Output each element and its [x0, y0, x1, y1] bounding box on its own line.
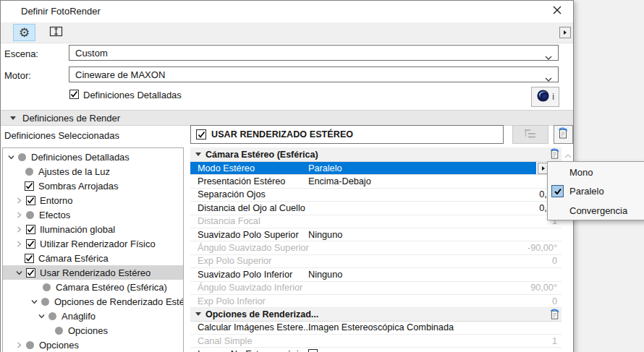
apply-settings-button[interactable] — [554, 125, 573, 144]
chevron-right-icon[interactable] — [15, 211, 23, 219]
tree-item[interactable]: Sombras Arrojadas — [3, 179, 183, 193]
title-bar: Definir FotoRender — [1, 1, 573, 22]
tab-size-button[interactable] — [45, 24, 67, 41]
stereo-mode-context-menu: MonoParaleloConvergencia — [547, 161, 644, 220]
tree-item-label: Usar Renderizado Estéreo — [40, 267, 151, 278]
menu-item-label: Mono — [569, 167, 593, 178]
menu-item-label: Convergencia — [569, 205, 627, 216]
chevron-down-icon[interactable] — [7, 153, 15, 161]
tree-checkbox[interactable] — [26, 225, 35, 234]
menu-item[interactable]: Convergencia — [548, 201, 644, 220]
param-row[interactable]: Suavizado Polo InferiorNinguno — [190, 268, 562, 281]
collapse-triangle-icon — [195, 153, 201, 156]
list-view-button-disabled[interactable] — [512, 125, 548, 144]
param-value[interactable]: 0 — [552, 296, 557, 306]
param-row[interactable]: Canal Simple1 — [190, 335, 562, 348]
tree-item[interactable]: Efectos — [3, 207, 183, 222]
param-row[interactable]: Ángulo Suavizado Inferior90,00° — [190, 282, 562, 295]
scroll-up-icon[interactable] — [564, 150, 572, 161]
chevron-down-icon[interactable] — [30, 298, 38, 306]
detailed-settings-checkbox[interactable] — [69, 90, 79, 99]
chevron-right-icon[interactable] — [15, 197, 23, 205]
tab-settings-button[interactable]: ⚙ — [13, 24, 35, 41]
chevron-right-icon[interactable] — [15, 341, 23, 349]
param-value-checkbox[interactable] — [308, 349, 318, 352]
param-value[interactable]: Ninguno — [308, 270, 342, 280]
tree-item-label: Utilizar Renderizador Físico — [40, 239, 156, 249]
page-blue-arrow-icon[interactable] — [549, 148, 561, 162]
toolbar-overflow-button[interactable] — [559, 27, 571, 38]
menu-item[interactable]: Mono — [548, 163, 644, 182]
tree-item[interactable]: Definiciones Detalladas — [3, 150, 183, 164]
tree-checkbox[interactable] — [25, 254, 34, 263]
param-value[interactable]: -90,00° — [528, 243, 557, 253]
param-row[interactable]: Distancia del Ojo al Cuello0,07 — [190, 202, 562, 215]
tree-item-label: Cámara Estéreo (Esférica) — [56, 282, 167, 293]
chevron-down-icon[interactable] — [38, 312, 46, 320]
param-value[interactable]: 1 — [552, 336, 557, 346]
cinema4d-info-button[interactable]: i — [531, 87, 559, 107]
tree-item[interactable]: Opciones de Renderizado Estéreo — [3, 294, 183, 309]
tree-item[interactable]: Anáglifo — [3, 309, 183, 323]
tree-item[interactable]: Iluminación global — [3, 222, 183, 236]
param-value[interactable]: 0 — [552, 256, 557, 266]
param-row[interactable]: Presentación EstéreoEncima-Debajo — [190, 175, 562, 188]
chevron-right-icon[interactable] — [15, 226, 23, 233]
tree-checkbox[interactable] — [26, 196, 35, 205]
screen: Definir FotoRender ⚙ Escena: Custom — [0, 0, 644, 352]
tree-checkbox[interactable] — [26, 239, 35, 249]
toolbar: ⚙ — [1, 22, 573, 43]
scene-label: Escena: — [4, 48, 38, 59]
use-stereo-checkbox[interactable] — [196, 129, 206, 139]
window-title: Definir FotoRender — [21, 6, 101, 17]
param-row[interactable]: Separación Ojos0,07 — [190, 189, 562, 202]
param-value[interactable]: Ninguno — [308, 230, 342, 240]
use-stereo-label: USAR RENDERIZADO ESTÉREO — [211, 129, 353, 139]
tree-item[interactable]: Entorno — [3, 193, 183, 207]
param-label: Distancia del Ojo al Cuello — [198, 203, 305, 213]
bullet-icon — [43, 283, 51, 291]
param-value[interactable]: Encima-Debajo — [308, 176, 371, 186]
tree-item-label: Definiciones Detalladas — [31, 152, 130, 163]
tree-checkbox[interactable] — [25, 181, 34, 191]
tree-item[interactable]: Cámara Esférica — [3, 251, 183, 265]
section-definiciones-de-render[interactable]: Definiciones de Render — [1, 110, 573, 126]
tree-item-label: Anáglifo — [62, 311, 96, 322]
param-value[interactable]: Imagen Estereoscópica Combinada — [308, 322, 454, 332]
param-section-header[interactable]: Cámara Estéreo (Esférica) — [190, 147, 562, 162]
param-row[interactable]: Imagen No-Estereoscópica — [190, 348, 562, 352]
scene-dropdown[interactable]: Custom — [69, 45, 559, 61]
engine-dropdown[interactable]: Cineware de MAXON — [69, 66, 559, 82]
param-label: Ángulo Suavizado Superior — [198, 243, 309, 253]
param-row[interactable]: Calcular Imágenes Estere...Imagen Estere… — [190, 322, 562, 335]
param-row[interactable]: Modo EstéreoParalelo — [190, 162, 562, 175]
tree-item[interactable]: Utilizar Renderizador Físico — [3, 236, 183, 251]
use-stereo-header[interactable]: USAR RENDERIZADO ESTÉREO — [190, 125, 504, 144]
section-label: Definiciones de Render — [22, 113, 120, 124]
chevron-right-icon[interactable] — [15, 240, 23, 248]
param-row[interactable]: Distancia Focal1 — [190, 215, 562, 228]
menu-item[interactable]: Paralelo — [548, 182, 644, 202]
param-section-header[interactable]: Opciones de Renderizad... — [190, 308, 562, 321]
param-row[interactable]: Suavizado Polo SuperiorNinguno — [190, 228, 562, 241]
cinema4d-icon — [536, 89, 550, 105]
param-label: Canal Simple — [198, 336, 252, 346]
page-blue-arrow-icon — [557, 127, 569, 142]
tree-item[interactable]: Usar Renderizado Estéreo — [3, 265, 183, 280]
param-value[interactable]: Paralelo — [308, 163, 342, 173]
tree-item[interactable]: Opciones — [3, 323, 183, 338]
param-row[interactable]: Exp Polo Inferior0 — [190, 295, 562, 308]
tree-item[interactable]: Ajustes de la Luz — [3, 164, 183, 179]
tree-checkbox[interactable] — [26, 268, 35, 278]
tree-item-label: Opciones — [68, 325, 108, 336]
tree-item[interactable]: Opciones — [3, 338, 183, 352]
tree-item[interactable]: Cámara Estéreo (Esférica) — [3, 280, 183, 294]
tree-item-label: Efectos — [39, 210, 70, 220]
chevron-down-icon[interactable] — [15, 269, 23, 277]
param-value[interactable]: 90,00° — [530, 283, 557, 293]
close-button[interactable] — [541, 1, 573, 22]
param-row[interactable]: Ángulo Suavizado Superior-90,00° — [190, 241, 562, 254]
param-row[interactable]: Exp Polo Superior0 — [190, 255, 562, 268]
dialog-definir-fotorender: Definir FotoRender ⚙ Escena: Custom — [0, 0, 574, 352]
page-blue-arrow-icon[interactable] — [549, 309, 561, 322]
